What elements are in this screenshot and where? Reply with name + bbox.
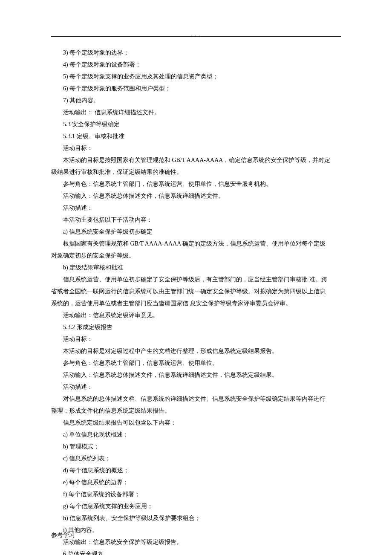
text-line: b) 管理模式； bbox=[51, 441, 341, 453]
text-line: 本活动的目标是对定级过程中产生的文档进行整理，形成信息系统定级结果报告。 bbox=[51, 345, 341, 357]
footer-text: 参考学习 bbox=[51, 529, 75, 541]
text-line: h) 信息系统列表、安全保护等级以及保护要求组合； bbox=[51, 512, 341, 524]
text-line: 6) 每个定级对象的服务范围和用户类型； bbox=[51, 83, 341, 95]
text-line: g) 每个信息系统支撑的业务应用； bbox=[51, 500, 341, 512]
header-rule bbox=[51, 36, 341, 37]
text-line: i) 其他内容。 bbox=[51, 524, 341, 536]
page-body: 3) 每个定级对象的边界；4) 每个定级对象的设备部署；5) 每个定级对象支撑的… bbox=[0, 0, 392, 555]
text-line: 本活动主要包括以下子活动内容： bbox=[51, 214, 341, 226]
text-line: d) 每个信息系统的概述； bbox=[51, 465, 341, 477]
text-line: 活动目标： bbox=[51, 333, 341, 345]
text-line: 7) 其他内容。 bbox=[51, 95, 341, 107]
text-line: 活动输入：信息系统总体描述文件，信息系统详细描述文件，信息系统定级结果。 bbox=[51, 369, 341, 381]
text-line: 活动描述： bbox=[51, 381, 341, 393]
text-line: 根据国家有关管理规范和 GB/T AAAA-AAAA 确定的定级方法，信息系统运… bbox=[51, 238, 341, 250]
text-line: 参与角色：信息系统主管部门，信息系统运营、使用单位，信息安全服务机构。 bbox=[51, 178, 341, 190]
text-line: 信息系统运营、使用单位初步确定了安全保护等级后，有主管部门的，应当经主管部门审核… bbox=[51, 274, 341, 286]
text-line: 4) 每个定级对象的设备部署； bbox=[51, 59, 341, 71]
document-content: 3) 每个定级对象的边界；4) 每个定级对象的设备部署；5) 每个定级对象支撑的… bbox=[51, 47, 341, 555]
text-line: 活动输出： 信息系统详细描述文件。 bbox=[51, 107, 341, 119]
text-line: 级结果进行审核和批准，保证定级结果的准确性。 bbox=[51, 166, 341, 178]
text-line: 活动输出：信息系统定级评审意见。 bbox=[51, 309, 341, 321]
text-line: 参与角色：信息系统主管部门，信息系统运营、使用单位。 bbox=[51, 357, 341, 369]
text-line: f) 每个信息系统的设备部署； bbox=[51, 489, 341, 500]
text-line: 信息系统定级结果报告可以包含以下内容： bbox=[51, 417, 341, 429]
text-line: 省或者全国统一联网运行的信息系统可以由主管部门统一确定安全保护等级。对拟确定为第… bbox=[51, 286, 341, 298]
text-line: 5) 每个定级对象支撑的业务应用及其处理的信息资产类型； bbox=[51, 71, 341, 83]
text-line: 本活动的目标是按照国家有关管理规范和 GB/T AAAA-AAAA，确定信息系统… bbox=[51, 154, 341, 166]
text-line: 活动目标： bbox=[51, 142, 341, 154]
text-line: 对信息系统的总体描述文档、信息系统的详细描述文件、信息系统安全保护等级确定结果等… bbox=[51, 393, 341, 405]
text-line: 活动输出：信息系统安全保护等级定级报告。 bbox=[51, 536, 341, 548]
text-line: 整理，形成文件化的信息系统定级结果报告。 bbox=[51, 405, 341, 417]
text-line: 5.3.1 定级、审核和批准 bbox=[51, 130, 341, 142]
text-line: c) 信息系统列表； bbox=[51, 453, 341, 465]
text-line: 对象确定初步的安全保护等级。 bbox=[51, 250, 341, 262]
text-line: 5.3 安全保护等级确定 bbox=[51, 119, 341, 130]
text-line: a) 信息系统安全保护等级初步确定 bbox=[51, 226, 341, 238]
text-line: e) 每个信息系统的边界； bbox=[51, 477, 341, 489]
text-line: 6 总体安全规划 bbox=[51, 548, 341, 555]
text-line: 5.3.2 形成定级报告 bbox=[51, 321, 341, 333]
text-line: 活动描述： bbox=[51, 202, 341, 214]
header-dots: . . . bbox=[0, 31, 392, 39]
text-line: 3) 每个定级对象的边界； bbox=[51, 47, 341, 59]
text-line: 活动输入：信息系统总体描述文件，信息系统详细描述文件。 bbox=[51, 190, 341, 202]
text-line: b) 定级结果审核和批准 bbox=[51, 262, 341, 274]
text-line: a) 单位信息化现状概述； bbox=[51, 429, 341, 441]
text-line: 系统的，运营使用单位或者主管部门应当邀请国家信 息安全保护等级专家评审委员会评审… bbox=[51, 298, 341, 309]
